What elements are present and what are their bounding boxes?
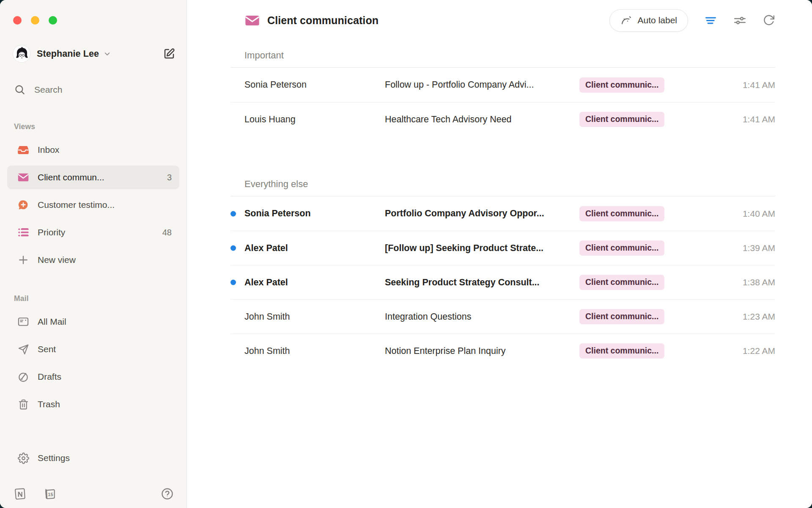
- send-icon: [17, 343, 29, 355]
- views-section-label: Views: [14, 122, 187, 131]
- email-sender: John Smith: [244, 312, 385, 322]
- inbox-icon: [17, 144, 29, 156]
- email-row[interactable]: Alex Patel [Follow up] Seeking Product S…: [230, 231, 775, 265]
- email-subject: [Follow up] Seeking Product Strate...: [385, 243, 574, 254]
- unread-dot: [230, 280, 236, 285]
- window-controls: [13, 16, 187, 25]
- priority-list-icon: [17, 226, 29, 238]
- unread-dot: [230, 211, 236, 216]
- sliders-icon[interactable]: [733, 14, 746, 27]
- help-icon[interactable]: [161, 487, 174, 500]
- sidebar-item-trash[interactable]: Trash: [7, 392, 179, 416]
- envelope-icon: [17, 171, 29, 183]
- account-switcher[interactable]: Stephanie Lee: [13, 45, 176, 63]
- search-input[interactable]: Search: [14, 84, 187, 95]
- email-row[interactable]: Louis Huang Healthcare Tech Advisory Nee…: [230, 102, 775, 136]
- sidebar-item-settings[interactable]: Settings: [7, 446, 179, 470]
- sidebar-item-customer-testimonials[interactable]: Customer testimo...: [7, 193, 179, 217]
- sidebar-item-label: Client commun...: [38, 172, 104, 182]
- unread-count-badge: 3: [167, 173, 172, 182]
- sidebar-item-label: Drafts: [38, 372, 61, 382]
- label-badge[interactable]: Client communic...: [579, 77, 664, 93]
- avatar: [13, 45, 30, 63]
- sidebar-item-label: Priority: [38, 227, 65, 237]
- compose-icon[interactable]: [163, 47, 176, 60]
- email-time: 1:41 AM: [680, 80, 775, 90]
- label-badge[interactable]: Client communic...: [579, 240, 664, 256]
- email-list: Important Sonia Peterson Follow up - Por…: [187, 41, 812, 508]
- trash-icon: [17, 398, 29, 410]
- email-sender: Alex Patel: [244, 277, 385, 288]
- email-row[interactable]: Sonia Peterson Follow up - Portfolio Com…: [230, 68, 775, 102]
- email-sender: Sonia Peterson: [244, 80, 385, 90]
- search-icon: [14, 84, 25, 95]
- email-label-col: Client communic...: [574, 309, 680, 324]
- email-subject: Integration Questions: [385, 312, 574, 322]
- sidebar-item-label: Customer testimo...: [38, 200, 115, 210]
- label-badge[interactable]: Client communic...: [579, 275, 664, 290]
- sidebar: Stephanie Lee Search Views Inbox: [0, 0, 187, 508]
- label-badge[interactable]: Client communic...: [579, 112, 664, 127]
- sidebar-item-all-mail[interactable]: All Mail: [7, 310, 179, 334]
- envelope-icon: [244, 13, 260, 28]
- email-label-col: Client communic...: [574, 206, 680, 221]
- email-time: 1:40 AM: [680, 209, 775, 219]
- sidebar-item-new-view[interactable]: New view: [7, 248, 179, 272]
- gear-icon: [17, 452, 29, 464]
- calendar-icon[interactable]: 15: [43, 487, 56, 500]
- email-subject: Follow up - Portfolio Company Advi...: [385, 80, 574, 90]
- email-label-col: Client communic...: [574, 343, 680, 359]
- sidebar-item-drafts[interactable]: Drafts: [7, 365, 179, 389]
- email-label-col: Client communic...: [574, 240, 680, 256]
- all-mail-icon: [17, 316, 29, 328]
- drafts-icon: [17, 371, 29, 383]
- zoom-window-button[interactable]: [49, 16, 57, 25]
- refresh-icon[interactable]: [763, 14, 775, 27]
- sidebar-item-label: New view: [38, 255, 76, 265]
- email-label-col: Client communic...: [574, 112, 680, 127]
- email-row[interactable]: John Smith Notion Enterprise Plan Inquir…: [230, 334, 775, 368]
- section-important: Important Sonia Peterson Follow up - Por…: [230, 41, 775, 136]
- auto-label-button[interactable]: Auto label: [609, 9, 688, 32]
- svg-text:15: 15: [48, 492, 53, 497]
- search-placeholder: Search: [34, 85, 63, 95]
- label-badge[interactable]: Client communic...: [579, 309, 664, 324]
- main-header: Client communication Auto label: [187, 0, 812, 41]
- sidebar-item-client-communication[interactable]: Client commun... 3: [7, 166, 179, 189]
- mail-section-label: Mail: [14, 294, 187, 303]
- sidebar-footer: 15: [13, 487, 174, 500]
- label-badge[interactable]: Client communic...: [579, 343, 664, 359]
- email-label-col: Client communic...: [574, 77, 680, 93]
- minimize-window-button[interactable]: [31, 16, 39, 25]
- plus-icon: [17, 254, 29, 266]
- email-sender: John Smith: [244, 346, 385, 356]
- sidebar-item-label: Inbox: [38, 145, 59, 155]
- email-time: 1:22 AM: [680, 346, 775, 356]
- sidebar-item-priority[interactable]: Priority 48: [7, 221, 179, 244]
- notion-icon[interactable]: [13, 487, 26, 500]
- close-window-button[interactable]: [13, 16, 22, 25]
- email-subject: Notion Enterprise Plan Inquiry: [385, 346, 574, 356]
- sidebar-item-sent[interactable]: Sent: [7, 337, 179, 361]
- section-everything-else: Everything else Sonia Peterson Portfolio…: [230, 169, 775, 368]
- views-nav: Inbox Client commun... 3 Customer testim…: [0, 138, 187, 276]
- chevron-down-icon[interactable]: [103, 50, 111, 58]
- sidebar-item-inbox[interactable]: Inbox: [7, 138, 179, 162]
- user-name: Stephanie Lee: [37, 49, 99, 59]
- email-row[interactable]: Sonia Peterson Portfolio Company Advisor…: [230, 196, 775, 231]
- email-sender: Sonia Peterson: [244, 208, 385, 219]
- sidebar-item-label: Settings: [38, 453, 70, 463]
- email-subject: Healthcare Tech Advisory Need: [385, 114, 574, 125]
- sidebar-item-label: Sent: [38, 344, 56, 354]
- unread-dot: [230, 246, 236, 251]
- sidebar-item-label: Trash: [38, 399, 60, 409]
- email-row[interactable]: Alex Patel Seeking Product Strategy Cons…: [230, 265, 775, 299]
- email-row[interactable]: John Smith Integration Questions Client …: [230, 299, 775, 334]
- label-badge[interactable]: Client communic...: [579, 206, 664, 221]
- filter-icon[interactable]: [704, 14, 717, 27]
- page-title: Client communication: [267, 14, 379, 27]
- app-window: Stephanie Lee Search Views Inbox: [0, 0, 812, 508]
- priority-count-badge: 48: [162, 228, 172, 237]
- main-panel: Client communication Auto label: [187, 0, 812, 508]
- mail-nav: All Mail Sent Drafts Trash: [0, 310, 187, 420]
